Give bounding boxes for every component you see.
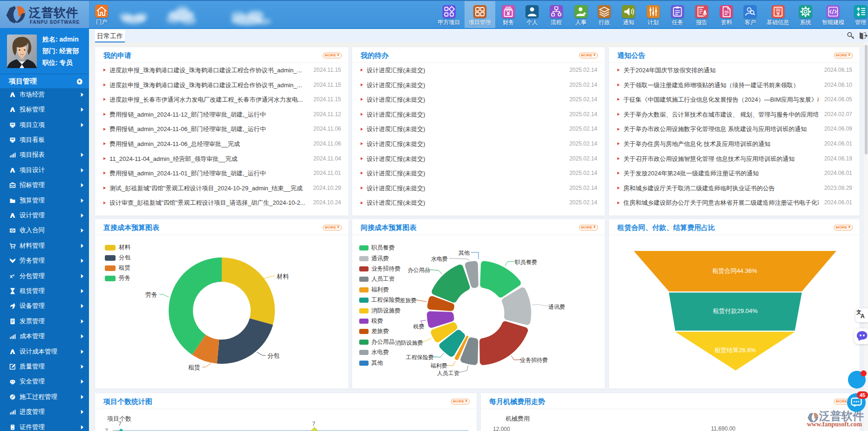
svg-text:福利费: 福利费 xyxy=(430,362,447,369)
svg-text:税费: 税费 xyxy=(413,323,424,330)
svg-text:x²: x² xyxy=(10,273,14,279)
svg-text:租赁: 租赁 xyxy=(188,364,200,371)
svg-text:材料: 材料 xyxy=(276,273,289,280)
svg-text:其他: 其他 xyxy=(458,250,470,256)
svg-text:差旅费: 差旅费 xyxy=(399,297,417,304)
svg-text:职员餐费: 职员餐费 xyxy=(515,259,537,265)
svg-text:消防设施费: 消防设施费 xyxy=(395,340,423,346)
svg-text:人员工资: 人员工资 xyxy=(437,370,459,376)
svg-text:业务招待费: 业务招待费 xyxy=(520,357,548,363)
svg-text:租赁结算26.6%: 租赁结算26.6% xyxy=(715,347,756,354)
svg-text:水电费: 水电费 xyxy=(431,256,448,262)
svg-text:租赁合同44.36%: 租赁合同44.36% xyxy=(712,267,758,274)
svg-text:租赁付款29.04%: 租赁付款29.04% xyxy=(713,307,758,314)
svg-text:工程保险费: 工程保险费 xyxy=(406,354,434,361)
svg-text:A: A xyxy=(861,313,865,320)
svg-text:分包: 分包 xyxy=(267,352,280,359)
svg-text:劳务: 劳务 xyxy=(145,291,157,298)
svg-text:办公用品: 办公用品 xyxy=(408,267,430,273)
svg-text:通讯费: 通讯费 xyxy=(548,304,565,310)
